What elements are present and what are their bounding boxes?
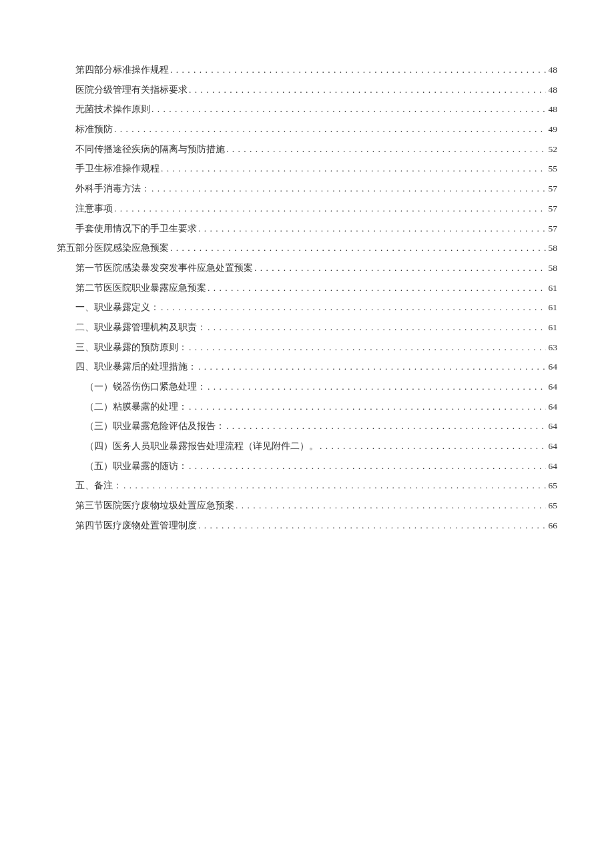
toc-entry-title: 外科手消毒方法：	[75, 179, 150, 199]
toc-entry-title: 注意事项	[75, 199, 113, 219]
toc-entry-title: （四）医务人员职业暴露报告处理流程（详见附件二）。	[85, 436, 318, 456]
toc-entry: （三）职业暴露危险评估及报告：64	[57, 416, 557, 436]
toc-leader-dots	[189, 80, 546, 100]
toc-leader-dots	[189, 456, 546, 476]
toc-entry-page: 63	[547, 338, 558, 358]
toc-entry-title: （五）职业暴露的随访：	[85, 456, 188, 476]
toc-entry: （四）医务人员职业暴露报告处理流程（详见附件二）。64	[57, 436, 557, 456]
toc-entry-page: 64	[547, 436, 558, 456]
toc-entry-page: 48	[547, 99, 558, 119]
toc-entry: 标准预防49	[57, 119, 557, 139]
toc-entry-title: 一、职业暴露定义：	[75, 298, 160, 318]
toc-entry-page: 58	[547, 238, 558, 258]
toc-leader-dots	[198, 219, 546, 239]
toc-leader-dots	[161, 159, 546, 179]
toc-entry: 第三节医院医疗废物垃圾处置应急预案65	[57, 496, 557, 516]
toc-entry-title: 第三节医院医疗废物垃圾处置应急预案	[75, 496, 234, 516]
toc-entry: 医院分级管理有关指标要求48	[57, 80, 557, 100]
toc-entry-page: 48	[547, 80, 558, 100]
toc-entry-title: 无菌技术操作原则	[75, 99, 150, 119]
toc-entry-title: （三）职业暴露危险评估及报告：	[85, 416, 225, 436]
toc-leader-dots	[161, 298, 546, 318]
toc-entry: （二）粘膜暴露的处理：64	[57, 397, 557, 417]
toc-entry: 注意事项57	[57, 199, 557, 219]
toc-entry-page: 57	[547, 199, 558, 219]
toc-entry-title: 五、备注：	[75, 476, 122, 496]
toc-entry-title: 四、职业暴露后的处理措施：	[75, 357, 197, 377]
toc-leader-dots	[189, 397, 546, 417]
toc-entry: 无菌技术操作原则48	[57, 99, 557, 119]
toc-entry-title: 第四部分标准操作规程	[75, 60, 169, 80]
toc-entry: 第二节医医院职业暴露应急预案61	[57, 278, 557, 298]
toc-entry-page: 61	[547, 278, 558, 298]
toc-leader-dots	[208, 318, 546, 338]
toc-entry: 手卫生标准操作规程55	[57, 159, 557, 179]
document-page: 第四部分标准操作规程48医院分级管理有关指标要求48无菌技术操作原则48标准预防…	[0, 0, 614, 536]
toc-leader-dots	[151, 179, 546, 199]
toc-leader-dots	[208, 278, 546, 298]
toc-leader-dots	[114, 119, 546, 139]
toc-leader-dots	[170, 60, 546, 80]
toc-entry: 手套使用情况下的手卫生要求57	[57, 219, 557, 239]
toc-entry-page: 49	[547, 119, 558, 139]
toc-entry-page: 65	[547, 476, 558, 496]
toc-entry-title: 第二节医医院职业暴露应急预案	[75, 278, 206, 298]
toc-entry-page: 61	[547, 318, 558, 338]
toc-entry-page: 64	[547, 377, 558, 397]
toc-leader-dots	[151, 99, 546, 119]
toc-entry: 三、职业暴露的预防原则：63	[57, 338, 557, 358]
toc-leader-dots	[123, 476, 546, 496]
toc-entry-title: 三、职业暴露的预防原则：	[75, 338, 188, 358]
toc-entry-title: 医院分级管理有关指标要求	[75, 80, 188, 100]
toc-entry-page: 52	[547, 139, 558, 159]
toc-leader-dots	[226, 139, 546, 159]
toc-entry-title: 第五部分医院感染应急预案	[57, 238, 169, 258]
toc-entry-page: 57	[547, 219, 558, 239]
toc-entry-title: 不同传播途径疾病的隔离与预防措施	[75, 139, 225, 159]
toc-entry-title: 手卫生标准操作规程	[75, 159, 160, 179]
toc-entry-title: （一）锐器伤伤口紧急处理：	[85, 377, 206, 397]
toc-entry: 不同传播途径疾病的隔离与预防措施52	[57, 139, 557, 159]
toc-entry-page: 55	[547, 159, 558, 179]
toc-entry-page: 48	[547, 60, 558, 80]
toc-entry-title: （二）粘膜暴露的处理：	[85, 397, 188, 417]
toc-leader-dots	[226, 416, 546, 436]
toc-entry: 一、职业暴露定义：61	[57, 298, 557, 318]
toc-leader-dots	[170, 238, 546, 258]
toc-entry-title: 二、职业暴露管理机构及职责：	[75, 318, 206, 338]
table-of-contents: 第四部分标准操作规程48医院分级管理有关指标要求48无菌技术操作原则48标准预防…	[57, 60, 557, 536]
toc-entry: （五）职业暴露的随访：64	[57, 456, 557, 476]
toc-entry: 第一节医院感染暴发突发事件应急处置预案58	[57, 258, 557, 278]
toc-entry-page: 64	[547, 456, 558, 476]
toc-entry: 二、职业暴露管理机构及职责：61	[57, 318, 557, 338]
toc-leader-dots	[320, 436, 546, 456]
toc-entry-page: 64	[547, 357, 558, 377]
toc-entry: （一）锐器伤伤口紧急处理：64	[57, 377, 557, 397]
toc-leader-dots	[198, 516, 546, 536]
toc-entry: 第四节医疗废物处置管理制度66	[57, 516, 557, 536]
toc-leader-dots	[198, 357, 546, 377]
toc-entry-title: 手套使用情况下的手卫生要求	[75, 219, 197, 239]
toc-entry: 第四部分标准操作规程48	[57, 60, 557, 80]
toc-entry-page: 61	[547, 298, 558, 318]
toc-entry-title: 标准预防	[75, 119, 113, 139]
toc-entry-page: 65	[547, 496, 558, 516]
toc-entry-title: 第四节医疗废物处置管理制度	[75, 516, 197, 536]
toc-leader-dots	[114, 199, 546, 219]
toc-entry: 第五部分医院感染应急预案58	[57, 238, 557, 258]
toc-entry: 四、职业暴露后的处理措施：64	[57, 357, 557, 377]
toc-leader-dots	[189, 338, 546, 358]
toc-entry-page: 64	[547, 397, 558, 417]
toc-entry: 五、备注：65	[57, 476, 557, 496]
toc-leader-dots	[254, 258, 546, 278]
toc-entry-page: 66	[547, 516, 558, 536]
toc-entry-page: 58	[547, 258, 558, 278]
toc-entry-page: 64	[547, 416, 558, 436]
toc-entry-page: 57	[547, 179, 558, 199]
toc-entry: 外科手消毒方法：57	[57, 179, 557, 199]
toc-entry-title: 第一节医院感染暴发突发事件应急处置预案	[75, 258, 253, 278]
toc-leader-dots	[236, 496, 546, 516]
toc-leader-dots	[208, 377, 546, 397]
